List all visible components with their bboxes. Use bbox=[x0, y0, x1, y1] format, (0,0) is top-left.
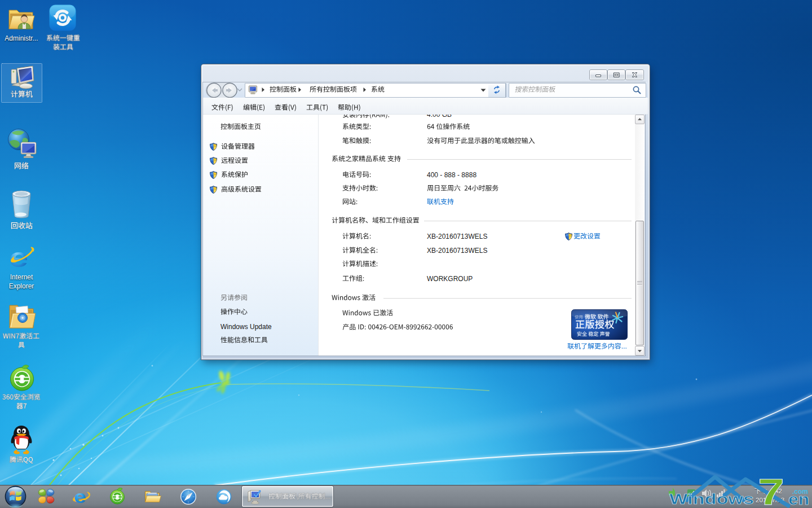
svg-text:Windows: Windows bbox=[669, 491, 754, 507]
svg-text:.com: .com bbox=[792, 488, 808, 496]
svg-text:7: 7 bbox=[758, 472, 784, 508]
svg-text:e: e bbox=[74, 488, 86, 506]
